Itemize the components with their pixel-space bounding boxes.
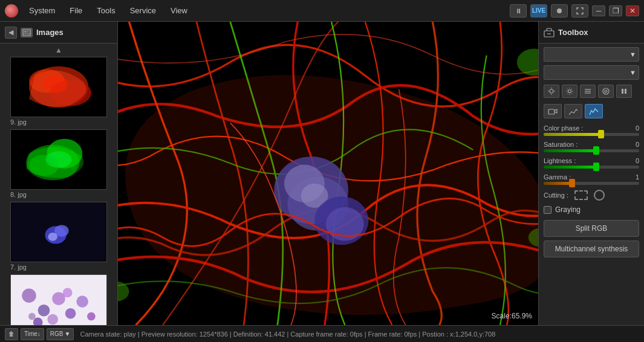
color-phase-track[interactable]: [544, 133, 639, 136]
images-panel-icon: [21, 28, 33, 37]
split-rgb-button[interactable]: Split RGB: [544, 220, 639, 237]
lightness-track[interactable]: [544, 166, 639, 169]
restore-button[interactable]: ❐: [609, 5, 622, 16]
menu-view[interactable]: View: [167, 5, 191, 16]
gamma-row: Gamma : 1: [544, 173, 639, 185]
gamma-track[interactable]: [544, 182, 639, 185]
lightness-row: Lightness : 0: [544, 157, 639, 169]
graying-row: Graying: [544, 205, 639, 214]
menu-system[interactable]: System: [25, 5, 59, 16]
menu-tools[interactable]: Tools: [93, 5, 119, 16]
graying-checkbox[interactable]: [544, 206, 551, 214]
svg-rect-54: [625, 89, 626, 94]
rgb-label: RGB: [50, 331, 63, 337]
sidebar-scroll[interactable]: ▲ 9. jpg: [0, 44, 117, 325]
title-bar: System File Tools Service View ⏸ LIVE ─ …: [0, 0, 644, 22]
tool-brightness-icon[interactable]: [544, 85, 559, 98]
cutting-rect-tool[interactable]: [574, 190, 588, 200]
color-phase-label: Color phase :: [544, 124, 583, 132]
svg-point-20: [22, 289, 36, 303]
menu-service[interactable]: Service: [126, 5, 160, 16]
svg-rect-2: [24, 31, 27, 33]
tool-filter-icon[interactable]: [598, 85, 614, 98]
svg-point-51: [603, 88, 609, 94]
thumbnail-label-9: 9. jpg: [10, 117, 107, 127]
record-button[interactable]: [551, 4, 568, 18]
svg-point-28: [28, 313, 36, 320]
status-left: 🗑 Time↓ RGB ▼: [5, 328, 74, 340]
svg-rect-1: [23, 30, 30, 36]
lightness-value: 0: [636, 157, 639, 164]
toolbox-tab-row: [544, 104, 639, 118]
thumbnail-label-7: 7. jpg: [10, 262, 107, 272]
toolbox-icon: [544, 28, 555, 37]
sidebar-back-button[interactable]: ◀: [5, 27, 17, 39]
tool-pause-icon[interactable]: [616, 85, 632, 98]
svg-point-0: [557, 8, 562, 13]
svg-point-9: [44, 75, 68, 92]
tab-chart[interactable]: [564, 104, 582, 118]
fullscreen-button[interactable]: [571, 4, 588, 18]
tab-color[interactable]: [585, 104, 603, 118]
thumbnail-item-9[interactable]: 9. jpg: [10, 57, 107, 127]
color-phase-row: Color phase : 0: [544, 124, 639, 136]
left-sidebar: ◀ Images ▲: [0, 22, 118, 325]
rgb-mode-button[interactable]: RGB ▼: [47, 328, 74, 340]
toolbox-icon-row: [544, 83, 639, 99]
main-layout: ◀ Images ▲: [0, 22, 644, 325]
thumbnail-item-4[interactable]: [10, 274, 107, 325]
saturation-value: 0: [636, 141, 639, 148]
delete-icon: 🗑: [8, 331, 15, 337]
graying-label: Graying: [555, 205, 581, 214]
minimize-button[interactable]: ─: [592, 5, 605, 16]
thumbnail-image-8: [10, 129, 107, 190]
svg-point-27: [87, 312, 96, 321]
status-bar: 🗑 Time↓ RGB ▼ Camera state: play | Previ…: [0, 325, 644, 342]
app-logo: [5, 4, 18, 18]
svg-point-42: [550, 89, 553, 93]
color-phase-value: 0: [636, 124, 639, 132]
svg-point-14: [45, 151, 71, 167]
toolbox-dropdown-2[interactable]: ▼: [544, 65, 639, 80]
rgb-dropdown-arrow: ▼: [65, 331, 71, 337]
scale-label: Scale:65.9%: [492, 312, 532, 320]
saturation-track[interactable]: [544, 149, 639, 152]
thumbnail-item-8[interactable]: 8. jpg: [10, 129, 107, 199]
lightness-label: Lightness :: [544, 157, 576, 164]
status-info: Camera state: play | Preview resolution:…: [74, 331, 639, 338]
svg-point-47: [568, 90, 571, 93]
right-toolbox: Toolbox ▼ ▼: [538, 22, 644, 325]
time-sort-button[interactable]: Time↓: [21, 328, 44, 340]
time-sort-label: Time↓: [24, 331, 41, 337]
thumbnail-image-9: [10, 57, 107, 117]
toolbox-title: Toolbox: [558, 28, 588, 37]
thumbnail-image-7: [10, 202, 107, 262]
delete-button[interactable]: 🗑: [5, 328, 18, 340]
thumbnail-image-4: [10, 274, 107, 325]
scroll-up-arrow[interactable]: ▲: [2, 46, 115, 54]
svg-point-23: [65, 308, 76, 319]
gamma-value: 1: [636, 173, 639, 181]
saturation-label: Saturation :: [544, 141, 577, 148]
svg-rect-53: [622, 89, 623, 94]
tab-camera[interactable]: [544, 104, 562, 118]
menu-file[interactable]: File: [66, 5, 86, 16]
svg-point-21: [38, 305, 50, 317]
thumbnail-item-7[interactable]: 7. jpg: [10, 202, 107, 272]
tool-levels-icon[interactable]: [580, 85, 596, 98]
cutting-label: Cutting :: [544, 192, 568, 199]
sidebar-header: ◀ Images: [0, 22, 117, 44]
sidebar-title: Images: [36, 28, 63, 37]
svg-rect-55: [548, 109, 555, 114]
live-button[interactable]: LIVE: [530, 4, 547, 18]
dropdown-2-arrow: ▼: [629, 69, 636, 76]
pause-button[interactable]: ⏸: [510, 4, 527, 18]
cutting-circle-tool[interactable]: [594, 190, 605, 201]
toolbox-dropdown-1[interactable]: ▼: [544, 47, 639, 62]
svg-point-26: [47, 314, 58, 325]
multichannel-button[interactable]: Multichannel synthesis: [544, 240, 639, 257]
close-button[interactable]: ✕: [626, 5, 639, 16]
center-image-area[interactable]: Scale:65.9%: [118, 22, 538, 325]
svg-point-52: [605, 90, 607, 92]
tool-settings-icon[interactable]: [562, 85, 577, 98]
